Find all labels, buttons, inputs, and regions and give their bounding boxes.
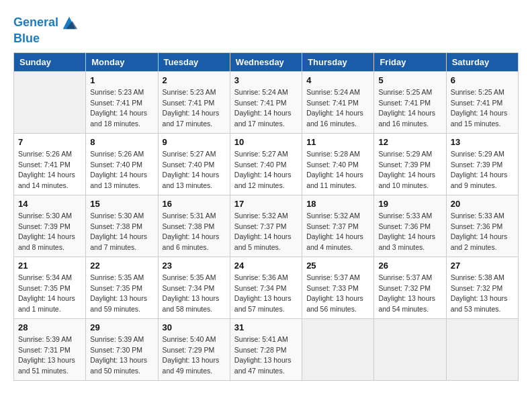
day-number: 15 [90, 199, 153, 209]
day-of-week-header: Tuesday [158, 52, 230, 71]
calendar-week-row: 7Sunrise: 5:26 AMSunset: 7:41 PMDaylight… [14, 133, 519, 195]
day-number: 24 [234, 261, 298, 271]
calendar-cell: 21Sunrise: 5:34 AMSunset: 7:35 PMDayligh… [14, 257, 86, 318]
day-number: 23 [163, 261, 226, 271]
day-number: 16 [163, 199, 226, 209]
day-info: Sunrise: 5:27 AMSunset: 7:40 PMDaylight:… [163, 149, 226, 191]
calendar-cell: 23Sunrise: 5:35 AMSunset: 7:34 PMDayligh… [158, 257, 230, 318]
day-info: Sunrise: 5:32 AMSunset: 7:37 PMDaylight:… [234, 211, 298, 253]
day-info: Sunrise: 5:39 AMSunset: 7:30 PMDaylight:… [90, 334, 153, 377]
calendar-cell: 8Sunrise: 5:26 AMSunset: 7:40 PMDaylight… [86, 133, 158, 195]
calendar-cell: 28Sunrise: 5:39 AMSunset: 7:31 PMDayligh… [14, 318, 86, 380]
day-info: Sunrise: 5:25 AMSunset: 7:41 PMDaylight:… [451, 87, 514, 130]
calendar-cell: 24Sunrise: 5:36 AMSunset: 7:34 PMDayligh… [230, 257, 302, 318]
day-info: Sunrise: 5:33 AMSunset: 7:36 PMDaylight:… [451, 211, 514, 253]
day-info: Sunrise: 5:29 AMSunset: 7:39 PMDaylight:… [378, 149, 441, 191]
calendar-cell: 30Sunrise: 5:40 AMSunset: 7:29 PMDayligh… [158, 318, 230, 380]
calendar-cell [302, 318, 374, 380]
calendar-cell: 13Sunrise: 5:29 AMSunset: 7:39 PMDayligh… [446, 133, 518, 195]
day-info: Sunrise: 5:40 AMSunset: 7:29 PMDaylight:… [163, 334, 226, 377]
day-number: 12 [378, 137, 441, 147]
day-of-week-header: Saturday [446, 52, 518, 71]
calendar-cell: 18Sunrise: 5:32 AMSunset: 7:37 PMDayligh… [302, 195, 374, 257]
calendar-cell: 1Sunrise: 5:23 AMSunset: 7:41 PMDaylight… [86, 71, 158, 133]
day-number: 30 [163, 322, 226, 332]
calendar-cell: 2Sunrise: 5:23 AMSunset: 7:41 PMDaylight… [158, 71, 230, 133]
calendar-cell: 12Sunrise: 5:29 AMSunset: 7:39 PMDayligh… [374, 133, 446, 195]
day-info: Sunrise: 5:41 AMSunset: 7:28 PMDaylight:… [234, 334, 298, 377]
day-info: Sunrise: 5:30 AMSunset: 7:38 PMDaylight:… [90, 211, 153, 253]
day-of-week-header: Sunday [14, 52, 86, 71]
calendar-cell: 27Sunrise: 5:38 AMSunset: 7:32 PMDayligh… [446, 257, 518, 318]
day-info: Sunrise: 5:39 AMSunset: 7:31 PMDaylight:… [18, 334, 81, 377]
day-info: Sunrise: 5:26 AMSunset: 7:41 PMDaylight:… [18, 149, 81, 191]
day-info: Sunrise: 5:31 AMSunset: 7:38 PMDaylight:… [163, 211, 226, 253]
logo-icon [60, 13, 79, 32]
day-number: 21 [18, 261, 81, 271]
day-number: 2 [163, 75, 226, 85]
day-info: Sunrise: 5:33 AMSunset: 7:36 PMDaylight:… [378, 211, 441, 253]
day-info: Sunrise: 5:23 AMSunset: 7:41 PMDaylight:… [163, 87, 226, 130]
day-number: 31 [234, 322, 298, 332]
day-info: Sunrise: 5:37 AMSunset: 7:33 PMDaylight:… [306, 273, 369, 315]
day-number: 20 [451, 199, 514, 209]
day-number: 5 [378, 75, 441, 85]
calendar-cell: 22Sunrise: 5:35 AMSunset: 7:35 PMDayligh… [86, 257, 158, 318]
day-of-week-header: Friday [374, 52, 446, 71]
calendar-week-row: 1Sunrise: 5:23 AMSunset: 7:41 PMDaylight… [14, 71, 519, 133]
day-number: 8 [90, 137, 153, 147]
day-of-week-header: Wednesday [230, 52, 302, 71]
day-of-week-header: Thursday [302, 52, 374, 71]
calendar-cell: 26Sunrise: 5:37 AMSunset: 7:32 PMDayligh… [374, 257, 446, 318]
day-info: Sunrise: 5:26 AMSunset: 7:40 PMDaylight:… [90, 149, 153, 191]
day-number: 10 [234, 137, 298, 147]
day-info: Sunrise: 5:37 AMSunset: 7:32 PMDaylight:… [378, 273, 441, 315]
day-number: 9 [163, 137, 226, 147]
calendar-cell: 14Sunrise: 5:30 AMSunset: 7:39 PMDayligh… [14, 195, 86, 257]
calendar-cell: 31Sunrise: 5:41 AMSunset: 7:28 PMDayligh… [230, 318, 302, 380]
calendar-cell: 17Sunrise: 5:32 AMSunset: 7:37 PMDayligh… [230, 195, 302, 257]
day-info: Sunrise: 5:28 AMSunset: 7:40 PMDaylight:… [306, 149, 369, 191]
calendar-cell: 20Sunrise: 5:33 AMSunset: 7:36 PMDayligh… [446, 195, 518, 257]
day-number: 27 [451, 261, 514, 271]
day-number: 25 [306, 261, 369, 271]
calendar-week-row: 14Sunrise: 5:30 AMSunset: 7:39 PMDayligh… [14, 195, 519, 257]
day-info: Sunrise: 5:24 AMSunset: 7:41 PMDaylight:… [234, 87, 298, 130]
calendar-cell: 15Sunrise: 5:30 AMSunset: 7:38 PMDayligh… [86, 195, 158, 257]
calendar-cell: 10Sunrise: 5:27 AMSunset: 7:40 PMDayligh… [230, 133, 302, 195]
calendar-cell: 5Sunrise: 5:25 AMSunset: 7:41 PMDaylight… [374, 71, 446, 133]
day-info: Sunrise: 5:23 AMSunset: 7:41 PMDaylight:… [90, 87, 153, 130]
day-info: Sunrise: 5:27 AMSunset: 7:40 PMDaylight:… [234, 149, 298, 191]
day-info: Sunrise: 5:38 AMSunset: 7:32 PMDaylight:… [451, 273, 514, 315]
logo: General Blue [13, 13, 79, 46]
day-of-week-header: Monday [86, 52, 158, 71]
day-number: 19 [378, 199, 441, 209]
day-number: 1 [90, 75, 153, 85]
calendar-cell [14, 71, 86, 133]
calendar-cell: 9Sunrise: 5:27 AMSunset: 7:40 PMDaylight… [158, 133, 230, 195]
page-header: General Blue [13, 13, 519, 46]
calendar-week-row: 21Sunrise: 5:34 AMSunset: 7:35 PMDayligh… [14, 257, 519, 318]
day-info: Sunrise: 5:35 AMSunset: 7:34 PMDaylight:… [163, 273, 226, 315]
day-info: Sunrise: 5:32 AMSunset: 7:37 PMDaylight:… [306, 211, 369, 253]
day-number: 3 [234, 75, 298, 85]
day-info: Sunrise: 5:36 AMSunset: 7:34 PMDaylight:… [234, 273, 298, 315]
day-number: 7 [18, 137, 81, 147]
day-number: 13 [451, 137, 514, 147]
calendar-cell: 3Sunrise: 5:24 AMSunset: 7:41 PMDaylight… [230, 71, 302, 133]
day-info: Sunrise: 5:35 AMSunset: 7:35 PMDaylight:… [90, 273, 153, 315]
day-number: 28 [18, 322, 81, 332]
calendar-cell: 4Sunrise: 5:24 AMSunset: 7:41 PMDaylight… [302, 71, 374, 133]
day-info: Sunrise: 5:30 AMSunset: 7:39 PMDaylight:… [18, 211, 81, 253]
day-info: Sunrise: 5:34 AMSunset: 7:35 PMDaylight:… [18, 273, 81, 315]
day-number: 29 [90, 322, 153, 332]
calendar-cell [374, 318, 446, 380]
day-number: 14 [18, 199, 81, 209]
calendar-cell: 16Sunrise: 5:31 AMSunset: 7:38 PMDayligh… [158, 195, 230, 257]
day-number: 22 [90, 261, 153, 271]
calendar-header-row: SundayMondayTuesdayWednesdayThursdayFrid… [14, 52, 519, 71]
day-info: Sunrise: 5:24 AMSunset: 7:41 PMDaylight:… [306, 87, 369, 130]
day-number: 17 [234, 199, 298, 209]
calendar-week-row: 28Sunrise: 5:39 AMSunset: 7:31 PMDayligh… [14, 318, 519, 380]
calendar-cell: 6Sunrise: 5:25 AMSunset: 7:41 PMDaylight… [446, 71, 518, 133]
